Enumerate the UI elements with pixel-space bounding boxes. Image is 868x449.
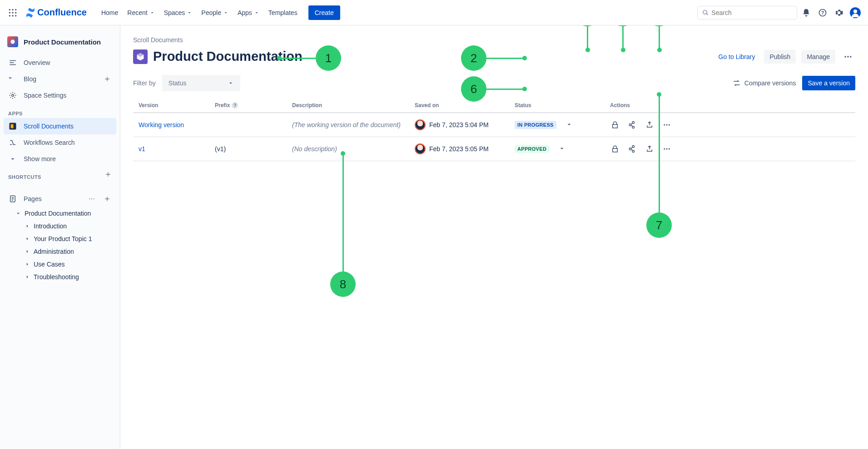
brand-text: Confluence [37,7,87,18]
pages-icon [8,194,17,203]
svg-point-5 [15,12,16,13]
row-more-icon[interactable] [662,120,672,130]
space-header[interactable]: Product Documentation [4,33,116,51]
col-status-header: Status [515,102,610,109]
annotation-bubble-5: 5 [646,25,672,26]
nav-people[interactable]: People [198,5,232,20]
export-icon[interactable] [645,120,655,130]
add-blog-icon[interactable] [103,74,112,84]
export-icon[interactable] [645,144,655,154]
annotation-dot [522,56,527,60]
annotation-dot [277,56,282,60]
sidebar-blog[interactable]: ” Blog [4,71,116,87]
annotation-dot [657,48,662,52]
nav-apps[interactable]: Apps [234,5,263,20]
svg-point-13 [10,39,15,44]
status-badge: IN PROGRESS [515,121,556,129]
chevron-right-icon[interactable] [24,235,31,242]
annotation-bubble-3: 3 [575,25,600,26]
status-cell: IN PROGRESS [515,121,610,129]
version-link[interactable]: Working version [139,121,184,128]
tree-item-topic1[interactable]: Your Product Topic 1 [4,232,116,245]
nav-recent[interactable]: Recent [124,5,158,20]
add-page-icon[interactable] [103,194,112,203]
svg-point-19 [89,198,90,200]
status-badge: APPROVED [515,145,549,153]
annotation-line [587,26,588,50]
space-icon [7,36,18,47]
app-switcher-icon[interactable] [5,5,20,20]
publish-button[interactable]: Publish [764,50,796,64]
saved-cell: Feb 7, 2023 5:04 PM [415,119,515,130]
description-cell: (The working version of the document) [292,121,415,128]
go-to-library-link[interactable]: Go to Library [715,50,759,63]
lock-icon[interactable] [610,120,620,130]
sidebar-workflows-search[interactable]: Workflows Search [4,134,116,151]
svg-point-28 [664,148,665,150]
status-dropdown-icon[interactable] [565,121,573,129]
annotation-line [659,26,660,50]
sidebar-pages[interactable]: Pages [4,191,116,207]
tree-root[interactable]: Product Documentation [4,207,116,220]
status-filter-select[interactable]: Status [162,75,240,91]
search-box[interactable] [697,6,797,20]
nav-home[interactable]: Home [98,5,122,20]
lock-icon[interactable] [610,144,620,154]
filter-label: Filter by [133,79,156,87]
share-icon[interactable] [627,120,637,130]
notifications-icon[interactable] [799,5,813,20]
top-nav: Confluence Home Recent Spaces People App… [0,0,868,25]
settings-gear-icon[interactable] [832,5,846,20]
tree-item-usecases[interactable]: Use Cases [4,258,116,271]
chevron-down-icon[interactable] [15,210,22,217]
author-avatar[interactable] [415,119,426,130]
confluence-logo[interactable]: Confluence [22,7,90,18]
create-button[interactable]: Create [308,5,340,20]
sidebar-overview[interactable]: Overview [4,54,116,71]
author-avatar[interactable] [415,143,426,154]
workflows-icon [8,138,17,147]
sidebar: Product Documentation Overview ” Blog Sp… [0,25,120,449]
tree-item-administration[interactable]: Administration [4,245,116,258]
gear-icon [8,91,17,100]
chevron-right-icon[interactable] [24,261,31,268]
table-row: Working version (The working version of … [133,113,855,137]
pages-more-icon[interactable] [87,194,96,203]
chevron-right-icon[interactable] [24,273,31,281]
annotation-bubble-1: 1 [316,45,341,71]
sidebar-show-more[interactable]: Show more [4,151,116,167]
nav-templates[interactable]: Templates [265,5,301,20]
col-saved-header: Saved on [415,102,515,109]
save-version-button[interactable]: Save a version [802,76,855,90]
tree-item-troubleshooting[interactable]: Troubleshooting [4,271,116,283]
manage-button[interactable]: Manage [801,50,835,64]
share-icon[interactable] [627,144,637,154]
versions-table: Version Prefix? Description Saved on Sta… [133,99,855,161]
header-more-icon[interactable] [841,49,855,64]
annotation-line [659,94,660,212]
search-input[interactable] [711,9,792,16]
profile-avatar-icon[interactable] [848,5,863,20]
description-cell: (No description) [292,145,415,153]
annotation-line [342,153,344,271]
help-icon[interactable]: ? [815,5,830,20]
annotation-dot [657,92,661,97]
chevron-right-icon[interactable] [24,248,31,255]
status-dropdown-icon[interactable] [558,145,565,153]
sidebar-scroll-documents[interactable]: Scroll Documents [4,118,116,134]
compare-versions-link[interactable]: Compare versions [733,79,796,87]
nav-items: Home Recent Spaces People Apps Templates [98,5,301,20]
version-link[interactable]: v1 [139,145,145,153]
chevron-right-icon[interactable] [24,222,31,230]
svg-point-22 [845,56,846,57]
sidebar-space-settings[interactable]: Space Settings [4,87,116,104]
breadcrumb[interactable]: Scroll Documents [133,36,855,44]
tree-item-introduction[interactable]: Introduction [4,220,116,232]
row-more-icon[interactable] [662,144,672,154]
add-shortcut-icon[interactable] [104,170,113,179]
help-icon[interactable]: ? [232,102,238,109]
annotation-bubble-4: 4 [610,25,635,26]
main-content: Scroll Documents Product Documentation G… [120,25,868,449]
svg-point-15 [12,94,14,97]
nav-spaces[interactable]: Spaces [160,5,196,20]
